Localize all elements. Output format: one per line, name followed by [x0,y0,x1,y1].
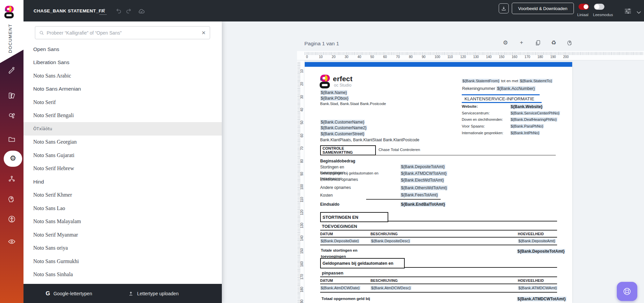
field-elect-total[interactable]: ${Bank.ElectWdTotAmt} [400,178,444,183]
ruler-number: 110 [300,196,305,203]
font-list-item[interactable]: Noto Sans Sinhala [23,268,222,282]
font-list-item[interactable]: Noto Sans oriya [23,242,222,255]
page-settings-gear-icon[interactable]: ⚙ [502,39,509,46]
ruler-number: 90 [300,170,305,177]
font-list-item[interactable]: Noto Serif Hebrew [23,162,222,175]
hierarchy-icon[interactable] [7,174,16,183]
doc-logo-sub: oc Studio [334,83,351,88]
deposits-box-title: STORTINGEN EN [323,215,358,220]
sidebar-item-settings-active[interactable]: ⚙ [4,151,22,167]
recycle-workflow-icon[interactable]: ♻ [550,39,557,46]
preview-download-button[interactable]: Voorbeeld & Downloaden [512,3,574,14]
ruler-number: 180 [300,286,305,293]
field-atm-total-value[interactable]: ${Bank.ATMDCWTotAmt} [517,297,566,301]
toggle-knob [584,4,588,9]
font-list-item[interactable]: Noto Serif Bengali [23,109,222,122]
brand-logo-icon[interactable] [4,5,16,20]
molecule-icon[interactable] [7,111,16,120]
google-fonts-button[interactable]: G Google-lettertypen [46,290,92,297]
upload-font-button[interactable]: Lettertype uploaden [128,291,179,296]
font-list-item[interactable]: Open Sans [23,43,222,56]
accessibility-icon[interactable] [7,215,16,223]
summary-section-box[interactable]: CONTROLE SAMENVATTING [320,145,376,155]
field-bank-pobox[interactable]: ${Bank.PObox} [320,96,349,101]
service-value-field[interactable]: ${Bank.Website} [510,104,543,109]
service-info-row: Internationale gesprekken: ${Bank.IntPhN… [462,131,566,137]
service-value-field[interactable]: ${Bank.DeafHearingPhNo} [510,117,557,121]
font-list-item[interactable]: Noto Serif Khmer [23,189,222,202]
eye-icon[interactable] [7,237,16,246]
field-deposit-amt[interactable]: ${Bank.DepositeAmt} [518,239,556,243]
font-list-item[interactable]: Noto Serif Myanmar [23,228,222,242]
vertical-ruler: 1020304050607080901001101201301401501601… [297,60,305,303]
ruler-number: 160 [300,261,305,267]
field-period-from[interactable]: ${Bank.StatemtFrom} [462,79,500,83]
field-atm-amt[interactable]: ${Bank.ATMDCWAmt} [518,286,557,290]
redo-icon[interactable] [125,7,133,15]
field-atm-total[interactable]: ${Bank.ATMDCWTotAmt} [400,171,447,176]
field-customer-name2[interactable]: ${Bank.CustomerName2} [320,125,367,130]
ruler-number: 100 [435,55,440,59]
font-list-item[interactable]: Noto Sans Georgian [23,136,222,149]
field-deposits-total-value[interactable]: ${Bank.DepositeTotAmt} [517,249,565,254]
ai-head-icon[interactable] [566,39,574,46]
ruler-number: 70 [396,55,400,59]
field-deposit-date[interactable]: ${Bank.DepositeDate} [320,239,359,243]
undo-icon[interactable] [115,7,122,15]
field-deposit-total[interactable]: ${Bank.DepositeTotAmt} [400,164,445,169]
font-list-item[interactable]: Noto Sans Arabic [23,69,222,83]
add-page-icon[interactable]: + [518,39,525,46]
atm-section-box[interactable]: Geldopnames bij geldautomaten en [320,258,405,268]
service-value-field[interactable]: ${Bank.ServiceCenterPhNo} [510,111,560,115]
folder-icon[interactable] [7,135,16,144]
rename-pencil-icon[interactable] [99,7,107,15]
font-list-item[interactable]: Noto Sans Lao [23,202,222,215]
settings-sliders-icon[interactable] [624,7,632,15]
field-customer-name[interactable]: ${Bank.CustomerName} [320,120,365,124]
font-list-item[interactable]: Noto Sans Armenian [23,83,222,96]
help-fab-button[interactable] [617,282,637,301]
font-list-item[interactable]: Noto Serif [23,96,222,109]
color-palette-icon[interactable] [7,91,16,100]
ruler-number: 150 [499,55,505,59]
field-period-to[interactable]: ${Bank.StatemtTo} [519,79,552,83]
font-search-input[interactable] [47,30,201,36]
field-end-balance[interactable]: ${Bank.EndBalTotAmt} [400,202,446,207]
field-account-number[interactable]: ${Bank.AccNumber} [496,86,536,91]
account-label: Rekeningnummer [462,86,496,91]
field-bank-name[interactable]: ${Bank.Name} [320,90,347,95]
service-value-field[interactable]: ${Bank.ParaPhNo} [510,124,544,128]
ruler-toggle[interactable] [579,4,589,10]
service-info-block: Website: ${Bank.Website} Servicecentrum:… [462,104,569,141]
deposits-section-box[interactable]: STORTINGEN EN [320,212,388,222]
font-list-item[interactable]: Liberation Sans [23,56,222,69]
ruler-number: 100 [300,184,305,190]
duplicate-page-icon[interactable] [534,39,541,46]
field-fees-total[interactable]: ${Bank.FeesTotAmt} [400,193,438,197]
font-list-item[interactable]: ÖTxīāötu [23,122,222,136]
service-value-field[interactable]: ${Bank.IntPhNo} [510,131,540,135]
field-customer-street[interactable]: ${Bank.CustomerStreet} [320,132,365,136]
clear-search-icon[interactable]: ✕ [201,30,206,36]
chevron-down-icon[interactable] [635,9,642,16]
font-list-item[interactable]: Noto Sans Malayalam [23,215,222,229]
readmode-toggle[interactable] [594,4,604,10]
font-list-item[interactable]: Noto Sans Gurmukhi [23,255,222,268]
field-atm-date[interactable]: ${Bank.AtmDCWDate} [320,286,360,290]
page-header-band [305,62,572,67]
google-g-icon: G [46,290,50,297]
design-brush-icon[interactable] [7,66,16,75]
font-name: Noto Serif Khmer [33,192,72,198]
download-button[interactable] [499,3,509,13]
field-deposit-desc[interactable]: ${Bank.DepositeDesc} [370,239,410,243]
font-list-item[interactable]: Noto Sans Gujarati [23,149,222,162]
t1-header-beschrijving: BESCHRIJVING [370,232,398,236]
field-others-total[interactable]: ${Bank.OthersWdTotAmt} [400,186,448,190]
font-list-item[interactable]: Hind [23,175,222,189]
field-atm-desc[interactable]: ${Bank.AtmDCWDesc} [370,286,411,290]
head-idea-icon[interactable] [7,195,16,203]
ruler-number: 20 [300,81,305,87]
ruler-number: 30 [345,55,348,59]
ruler-number: 80 [409,55,412,59]
ruler-number: 50 [370,55,374,59]
